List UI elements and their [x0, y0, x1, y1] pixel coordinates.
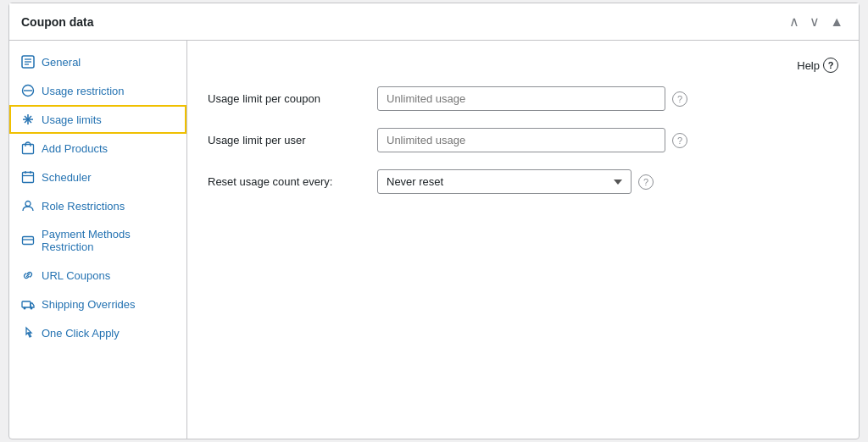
sidebar-item-scheduler[interactable]: Scheduler	[9, 163, 186, 191]
sidebar-label-add-products: Add Products	[42, 142, 108, 155]
sidebar-label-usage-restriction: Usage restriction	[42, 85, 125, 97]
svg-rect-11	[23, 173, 34, 183]
coupon-data-panel: Coupon data ∧ ∨ ▲ General	[8, 3, 860, 439]
payment-methods-icon	[21, 234, 35, 247]
svg-rect-10	[23, 145, 34, 154]
sidebar-item-role-restrictions[interactable]: Role Restrictions	[9, 191, 186, 220]
usage-restriction-icon	[21, 84, 35, 97]
sidebar-item-one-click-apply[interactable]: One Click Apply	[9, 318, 186, 347]
usage-limit-coupon-input[interactable]	[377, 86, 665, 111]
sidebar-item-general[interactable]: General	[9, 47, 186, 76]
add-products-icon	[21, 141, 35, 155]
usage-limit-coupon-row: Usage limit per coupon ?	[208, 86, 838, 111]
sidebar-item-url-coupons[interactable]: URL Coupons	[9, 261, 186, 290]
sidebar: General Usage restriction	[9, 41, 187, 439]
sidebar-item-usage-restriction[interactable]: Usage restriction	[9, 76, 186, 105]
sidebar-label-usage-limits: Usage limits	[42, 113, 102, 126]
help-icon: ?	[823, 58, 838, 73]
sidebar-label-url-coupons: URL Coupons	[42, 269, 110, 282]
usage-limit-user-row: Usage limit per user ?	[208, 128, 838, 152]
svg-point-19	[24, 307, 26, 310]
general-icon	[21, 55, 35, 69]
reset-usage-count-label: Reset usage count every:	[208, 175, 377, 188]
sidebar-label-scheduler: Scheduler	[42, 171, 92, 184]
svg-point-15	[25, 202, 31, 207]
reset-usage-count-row: Reset usage count every: Never reset Dai…	[208, 169, 838, 194]
panel-body: General Usage restriction	[9, 41, 859, 439]
usage-limit-coupon-help-icon[interactable]: ?	[672, 91, 687, 107]
role-restrictions-icon	[21, 199, 35, 213]
sidebar-label-payment-methods: Payment Methods Restriction	[42, 228, 175, 253]
toggle-button[interactable]: ▲	[826, 13, 847, 31]
sidebar-label-one-click-apply: One Click Apply	[42, 327, 120, 340]
reset-usage-count-select[interactable]: Never reset Daily Weekly Monthly Yearly	[377, 169, 632, 194]
url-coupons-icon	[21, 268, 35, 282]
sidebar-item-payment-methods[interactable]: Payment Methods Restriction	[9, 220, 186, 261]
one-click-apply-icon	[21, 326, 35, 340]
header-controls: ∧ ∨ ▲	[786, 12, 847, 31]
usage-limit-user-help-icon[interactable]: ?	[672, 133, 687, 148]
help-row: Help ?	[208, 58, 838, 73]
collapse-up-button[interactable]: ∧	[786, 12, 803, 31]
help-label: Help	[797, 59, 820, 72]
usage-limits-icon	[21, 113, 35, 126]
panel-header: Coupon data ∧ ∨ ▲	[9, 3, 859, 41]
main-content: Help ? Usage limit per coupon ? Usage li…	[187, 41, 859, 439]
sidebar-label-role-restrictions: Role Restrictions	[42, 200, 125, 213]
sidebar-item-shipping-overrides[interactable]: Shipping Overrides	[9, 290, 186, 318]
scheduler-icon	[21, 170, 35, 184]
sidebar-item-add-products[interactable]: Add Products	[9, 134, 186, 163]
sidebar-label-shipping-overrides: Shipping Overrides	[42, 298, 136, 311]
svg-rect-16	[23, 237, 34, 245]
usage-limit-coupon-label: Usage limit per coupon	[208, 92, 377, 105]
help-button[interactable]: Help ?	[797, 58, 838, 73]
sidebar-label-general: General	[42, 56, 81, 69]
usage-limit-user-input[interactable]	[377, 128, 665, 152]
collapse-down-button[interactable]: ∨	[806, 12, 823, 31]
svg-point-20	[31, 307, 33, 310]
shipping-overrides-icon	[21, 297, 35, 311]
reset-usage-help-icon[interactable]: ?	[638, 174, 654, 190]
sidebar-item-usage-limits[interactable]: Usage limits	[9, 105, 186, 134]
svg-rect-18	[22, 301, 31, 307]
panel-title: Coupon data	[21, 15, 94, 29]
usage-limit-user-label: Usage limit per user	[208, 134, 377, 146]
